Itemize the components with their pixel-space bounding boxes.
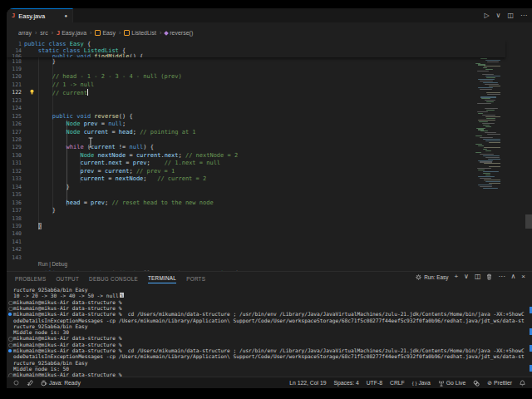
more-panel-actions-button[interactable]: ⋯ bbox=[498, 273, 505, 280]
terminal-profile-dropdown-button[interactable]: ∨ bbox=[464, 273, 469, 280]
terminal-row: mikumain@mikus-Air data-structure % bbox=[7, 335, 532, 341]
command-decoration-icon[interactable] bbox=[8, 313, 12, 316]
breadcrumb-item-array[interactable]: array bbox=[18, 30, 32, 36]
code-line[interactable]: 132 prev = current; // prev = 1 bbox=[7, 167, 532, 175]
breadcrumb-item-src[interactable]: src bbox=[40, 30, 47, 36]
status-prettier[interactable]: ⊘Prettier bbox=[487, 380, 512, 387]
code-line[interactable]: 120 // head - 1 - 2 - 3 - 4 - null (prev… bbox=[7, 72, 532, 80]
code-line[interactable]: 125 public void reverse() { bbox=[7, 112, 532, 120]
minimap-line bbox=[483, 125, 490, 126]
minimap-line bbox=[478, 185, 492, 185]
code-line[interactable]: 140 bbox=[7, 229, 532, 237]
line-number: 136 bbox=[7, 200, 22, 206]
terminal-title[interactable]: Run: Easy bbox=[416, 274, 448, 280]
terminal-content[interactable]: ructure_925ab6a/bin Easy10 -> 20 -> 30 -… bbox=[7, 286, 532, 377]
line-number: 137 bbox=[7, 207, 22, 214]
sticky-scroll[interactable]: 1public class Easy {14 static class List… bbox=[7, 40, 505, 57]
vscode-window: J Easy.java ● ▷∨◫⋯ array›src›JEasy.java›… bbox=[7, 8, 532, 388]
status-cursor-position[interactable]: Ln 122, Col 19 bbox=[289, 380, 326, 386]
status-language-mode[interactable]: { }Java bbox=[412, 380, 431, 386]
breadcrumb-item-reverse[interactable]: reverse() bbox=[165, 30, 193, 36]
close-panel-button[interactable]: × bbox=[521, 273, 525, 280]
code-line[interactable]: 138 bbox=[7, 214, 532, 222]
line-number: 126 bbox=[7, 121, 22, 127]
lightbulb-icon[interactable] bbox=[29, 89, 35, 95]
code-line[interactable]: 129 while (current != null) { bbox=[7, 143, 532, 150]
code-line[interactable]: 135 bbox=[7, 190, 532, 198]
editor[interactable]: 118 }119120 // head - 1 - 2 - 3 - 4 - nu… bbox=[7, 40, 532, 271]
code-line[interactable]: 131 current.next = prev; // 1.next = nul… bbox=[7, 159, 532, 166]
split-editor-button[interactable]: ◫ bbox=[507, 12, 514, 19]
status-notifications[interactable] bbox=[520, 380, 525, 387]
panel-tab-problems[interactable]: PROBLEMS bbox=[15, 276, 46, 283]
code-line[interactable]: 124 bbox=[7, 104, 532, 111]
terminal-text: mikumain@mikus-Air data-structure % bbox=[13, 335, 121, 341]
code-line[interactable]: 126 Node prev = null; bbox=[7, 120, 532, 127]
code-line[interactable]: 123 bbox=[7, 96, 532, 104]
more-editor-actions-button[interactable]: ⋯ bbox=[520, 12, 527, 19]
status-eol-sequence[interactable]: CRLF bbox=[390, 380, 405, 386]
code-line[interactable]: 137 } bbox=[7, 206, 532, 214]
minimap-line bbox=[486, 110, 495, 111]
kill-terminal-button[interactable] bbox=[486, 273, 492, 280]
code-line[interactable]: 136 head = prev; // reset head to the ne… bbox=[7, 199, 532, 206]
status-rocket-status[interactable] bbox=[27, 380, 33, 387]
minimap-line bbox=[477, 111, 488, 112]
java-file-icon: J bbox=[12, 12, 15, 19]
split-terminal-button[interactable]: ◫ bbox=[475, 273, 481, 280]
minimap-line bbox=[485, 108, 498, 109]
panel-tab-terminal[interactable]: TERMINAL bbox=[148, 275, 176, 283]
codelens-run-debug[interactable]: Run | Debug bbox=[38, 261, 532, 268]
breadcrumb-item-easy[interactable]: Easy bbox=[95, 30, 116, 36]
minimap-line bbox=[475, 135, 482, 136]
minimap[interactable] bbox=[474, 40, 500, 239]
code-line[interactable]: 133 current = nextNode; // current = 2 bbox=[7, 175, 532, 182]
maximize-panel-button[interactable]: ∧ bbox=[510, 273, 515, 280]
code-line[interactable]: 134 } bbox=[7, 183, 532, 190]
status-go-live[interactable]: Go Live bbox=[438, 380, 466, 387]
code-line[interactable]: 121 // 1 -> null bbox=[7, 81, 532, 88]
partial-line-marker: % bbox=[120, 293, 124, 298]
slash-circle-icon: ⊘ bbox=[487, 380, 492, 387]
terminal-row: Middle node is: 30 bbox=[7, 329, 532, 335]
code-line[interactable]: 119 bbox=[7, 65, 532, 72]
minimap-line bbox=[483, 82, 498, 83]
status-remote-indicator[interactable] bbox=[13, 380, 19, 386]
code-text: } bbox=[24, 223, 42, 229]
code-text: current.next = prev; // 1.next = null bbox=[24, 160, 220, 166]
line-number: 135 bbox=[7, 191, 22, 198]
new-terminal-button[interactable]: + bbox=[454, 273, 458, 280]
code-line[interactable]: 130 Node nextNode = current.next; // nex… bbox=[7, 151, 532, 159]
minimap-line bbox=[483, 149, 487, 150]
code-line[interactable]: 127 Node current = head; // pointing at … bbox=[7, 128, 532, 135]
breadcrumb-item-listedlist[interactable]: ListedList bbox=[124, 30, 156, 36]
status-indentation[interactable]: Spaces: 4 bbox=[333, 380, 358, 386]
line-number: 138 bbox=[7, 215, 22, 222]
line-number: 139 bbox=[7, 223, 22, 229]
status-java-status[interactable]: Java: Ready bbox=[41, 380, 81, 387]
minimap-line bbox=[486, 77, 495, 78]
run-dropdown-button[interactable]: ∨ bbox=[496, 12, 501, 19]
code-line[interactable]: 139 } bbox=[7, 222, 532, 229]
editor-scrollbar[interactable] bbox=[525, 214, 532, 229]
code-line[interactable]: 128 bbox=[7, 135, 532, 143]
status-extension-status[interactable] bbox=[473, 380, 480, 387]
code-line[interactable]: 142 bbox=[7, 245, 532, 253]
status-encoding[interactable]: UTF-8 bbox=[367, 380, 382, 386]
minimap-line bbox=[485, 175, 490, 175]
panel-tab-output[interactable]: OUTPUT bbox=[56, 276, 79, 283]
code-line[interactable]: 118 } bbox=[7, 57, 532, 65]
panel-tab-ports[interactable]: PORTS bbox=[186, 276, 205, 283]
coffee-icon bbox=[41, 380, 47, 387]
breadcrumb-item-easyjava[interactable]: JEasy.java bbox=[57, 30, 86, 37]
minimap-line bbox=[478, 113, 483, 114]
code-line[interactable]: 122 // current bbox=[7, 88, 532, 96]
codelens-row[interactable]: Run | Debug bbox=[7, 261, 532, 268]
code-line[interactable]: 141 bbox=[7, 238, 532, 245]
code-line[interactable]: 143 bbox=[7, 254, 532, 261]
command-decoration-icon[interactable] bbox=[8, 349, 12, 352]
line-number: 134 bbox=[7, 184, 22, 190]
run-java-button[interactable]: ▷ bbox=[484, 12, 489, 19]
panel-tab-debug-console[interactable]: DEBUG CONSOLE bbox=[89, 276, 138, 283]
tab-easy-java[interactable]: J Easy.java ● bbox=[7, 8, 73, 22]
